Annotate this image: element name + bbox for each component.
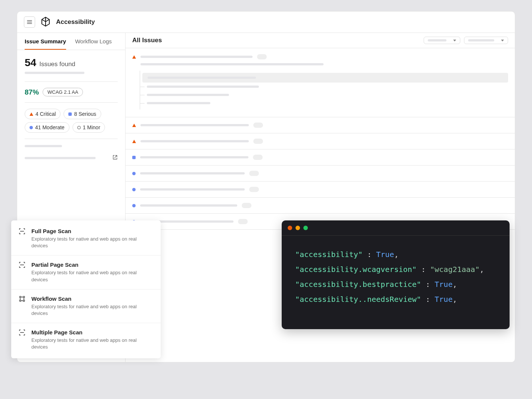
- wcag-badge: WCAG 2.1 AA: [43, 88, 83, 96]
- tree-item[interactable]: [140, 99, 508, 107]
- menu-item-desc: Exploratory tests for native and web app…: [31, 303, 153, 317]
- issues-count: 54: [25, 57, 36, 69]
- menu-item-title: Partial Page Scan: [31, 262, 153, 268]
- svg-point-0: [19, 296, 21, 298]
- menu-item-title: Workflow Scan: [31, 296, 153, 302]
- chip-serious[interactable]: 8 Serious: [64, 109, 101, 119]
- code-line: "accessibility..needsReview" : True,: [295, 292, 496, 307]
- issue-row[interactable]: [126, 133, 515, 149]
- menu-item-desc: Exploratory tests for native and web app…: [31, 236, 153, 249]
- triangle-icon: [132, 55, 136, 59]
- code-line: "accessibility.wcagversion" : "wcag21aaa…: [295, 262, 496, 277]
- dot-icon: [132, 204, 136, 207]
- terminal-titlebar: [282, 220, 510, 236]
- svg-point-3: [23, 300, 25, 301]
- menu-item-desc: Exploratory tests for native and web app…: [31, 337, 153, 350]
- tree-item[interactable]: [142, 73, 508, 83]
- chip-moderate[interactable]: 41 Moderate: [25, 122, 69, 133]
- code-line: "accessibility.bestpractice" : True,: [295, 277, 496, 292]
- sidebar-tabs: Issue Summary Workflow Logs: [17, 33, 125, 50]
- dot-icon: [30, 126, 33, 129]
- hamburger-icon: [27, 19, 33, 25]
- issue-row[interactable]: [126, 149, 515, 166]
- tree-item[interactable]: [140, 91, 508, 99]
- scan-icon: [19, 262, 26, 283]
- placeholder-text: [25, 157, 96, 159]
- count-pill: [238, 219, 248, 224]
- stats-panel: 54 Issues found 87% WCAG 2.1 AA 4 Critic…: [17, 50, 125, 167]
- count-pill: [249, 171, 259, 176]
- svg-point-2: [19, 300, 21, 301]
- logo-icon: [40, 16, 51, 28]
- issue-row[interactable]: [126, 117, 515, 133]
- scan-icon: [19, 329, 26, 350]
- count-pill: [242, 203, 251, 208]
- issues-count-label: Issues found: [39, 61, 75, 68]
- chevron-down-icon: [501, 40, 504, 41]
- menu-item-full-page-scan[interactable]: Full Page Scan Exploratory tests for nat…: [11, 222, 161, 256]
- tree-item[interactable]: [140, 83, 508, 91]
- count-pill: [257, 54, 267, 59]
- page-title: Accessibility: [56, 18, 95, 26]
- score-percent: 87%: [25, 88, 39, 96]
- count-pill: [253, 139, 263, 144]
- square-icon: [68, 112, 72, 116]
- issue-row[interactable]: [126, 166, 515, 182]
- code-line: "accessibility" : True,: [295, 247, 496, 262]
- menu-item-title: Full Page Scan: [31, 228, 153, 234]
- external-link-button[interactable]: [112, 155, 118, 161]
- filter-dropdown-2[interactable]: [464, 37, 508, 44]
- terminal-body: "accessibility" : True, "accessibility.w…: [282, 236, 510, 329]
- severity-chips: 4 Critical 8 Serious 41 Moderate 1 Minor: [25, 109, 118, 133]
- tab-issue-summary[interactable]: Issue Summary: [25, 33, 66, 50]
- issue-row[interactable]: [126, 198, 515, 214]
- menu-item-multiple-page-scan[interactable]: Multiple Page Scan Exploratory tests for…: [11, 323, 161, 356]
- dot-icon: [132, 172, 136, 175]
- placeholder-text: [25, 145, 62, 147]
- menu-item-desc: Exploratory tests for native and web app…: [31, 269, 153, 283]
- square-icon: [132, 156, 136, 159]
- main-heading: All Issues: [132, 37, 162, 44]
- titlebar: Accessibility: [17, 12, 515, 33]
- menu-item-partial-page-scan[interactable]: Partial Page Scan Exploratory tests for …: [11, 256, 161, 289]
- scan-icon: [19, 228, 26, 249]
- menu-button[interactable]: [24, 16, 35, 28]
- triangle-icon: [30, 112, 33, 116]
- chip-critical[interactable]: 4 Critical: [25, 109, 61, 119]
- svg-point-1: [23, 296, 25, 298]
- main-header: All Issues: [126, 33, 515, 48]
- issue-tree: [140, 71, 508, 109]
- scan-menu-popover: Full Page Scan Exploratory tests for nat…: [11, 220, 161, 358]
- filter-dropdown-1[interactable]: [424, 37, 460, 44]
- triangle-icon: [132, 124, 136, 127]
- terminal-window: "accessibility" : True, "accessibility.w…: [282, 220, 510, 329]
- count-pill: [253, 123, 263, 128]
- dot-icon: [132, 188, 136, 191]
- menu-item-title: Multiple Page Scan: [31, 329, 153, 335]
- triangle-icon: [132, 140, 136, 143]
- workflow-icon: [19, 296, 26, 317]
- menu-item-workflow-scan[interactable]: Workflow Scan Exploratory tests for nati…: [11, 290, 161, 323]
- maximize-dot-icon[interactable]: [303, 226, 308, 230]
- count-pill: [253, 155, 263, 160]
- minimize-dot-icon[interactable]: [296, 226, 300, 230]
- count-pill: [249, 187, 259, 192]
- chevron-down-icon: [453, 40, 456, 41]
- tab-workflow-logs[interactable]: Workflow Logs: [75, 33, 112, 50]
- circle-icon: [77, 126, 81, 129]
- chip-minor[interactable]: 1 Minor: [72, 122, 105, 133]
- close-dot-icon[interactable]: [288, 226, 292, 230]
- progress-bar: [25, 72, 84, 74]
- issue-row-expanded[interactable]: [126, 48, 515, 117]
- issue-row[interactable]: [126, 182, 515, 198]
